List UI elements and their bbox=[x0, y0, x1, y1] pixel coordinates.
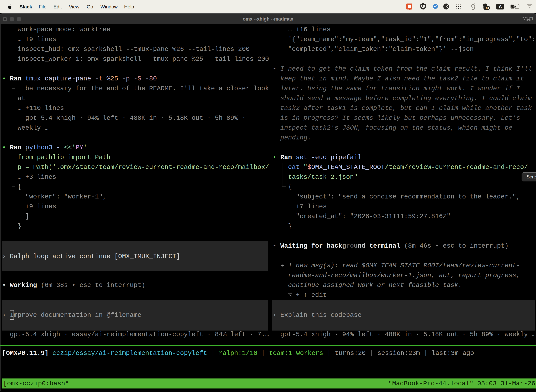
svg-text:..61: ..61 bbox=[484, 6, 489, 10]
